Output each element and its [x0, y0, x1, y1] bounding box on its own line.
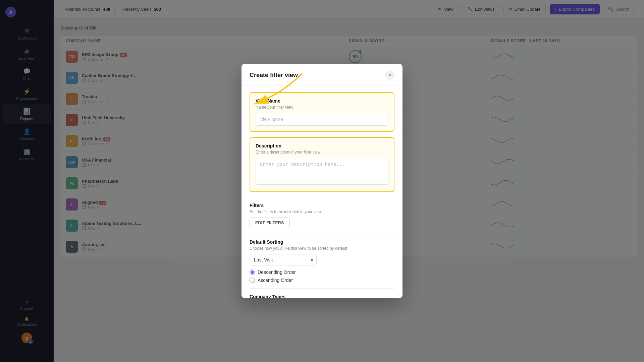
description-subtitle: Enter a description of your filter view: [256, 150, 388, 155]
descending-radio[interactable]: [250, 269, 255, 275]
descending-order-option[interactable]: Descending Order: [250, 269, 394, 275]
view-name-subtitle: Name your filter view: [256, 105, 388, 110]
descending-label: Descending Order: [258, 269, 296, 275]
modal-header: Create filter view ×: [241, 64, 402, 85]
order-radio-group: Descending Order Ascending Order: [250, 269, 394, 283]
filters-section: Filters Set the filters to be included i…: [250, 197, 394, 234]
description-input[interactable]: [256, 158, 388, 185]
sorting-section: Default Sorting Choose how you'd like th…: [250, 234, 394, 289]
edit-filters-button[interactable]: EDIT FILTERS: [250, 218, 290, 228]
sorting-subtitle: Choose how you'd like this view to be so…: [250, 246, 394, 251]
sort-select-wrapper: Last Visit First Visit Company Name Sign…: [250, 254, 317, 265]
modal-title: Create filter view: [250, 72, 298, 79]
ascending-radio[interactable]: [250, 278, 255, 283]
sorting-title: Default Sorting: [250, 239, 394, 245]
modal-overlay[interactable]: Create filter view × View Name Name your…: [0, 0, 644, 362]
view-name-input[interactable]: [256, 113, 388, 126]
sort-select[interactable]: Last Visit First Visit Company Name Sign…: [250, 254, 317, 265]
create-filter-modal: Create filter view × View Name Name your…: [241, 64, 402, 298]
ascending-order-option[interactable]: Ascending Order: [250, 278, 394, 283]
company-types-section: Company Types Choose the types of compan…: [250, 289, 394, 298]
filters-subtitle: Set the filters to be included in your v…: [250, 209, 394, 214]
filters-title: Filters: [250, 203, 394, 208]
company-types-title: Company Types: [250, 294, 394, 298]
modal-close-button[interactable]: ×: [385, 70, 394, 80]
modal-body: View Name Name your filter view Descript…: [241, 85, 402, 298]
description-title: Description: [256, 143, 388, 148]
view-name-title: View Name: [256, 98, 388, 104]
view-name-section: View Name Name your filter view: [250, 92, 394, 132]
description-section: Description Enter a description of your …: [250, 137, 394, 192]
ascending-label: Ascending Order: [258, 278, 293, 283]
